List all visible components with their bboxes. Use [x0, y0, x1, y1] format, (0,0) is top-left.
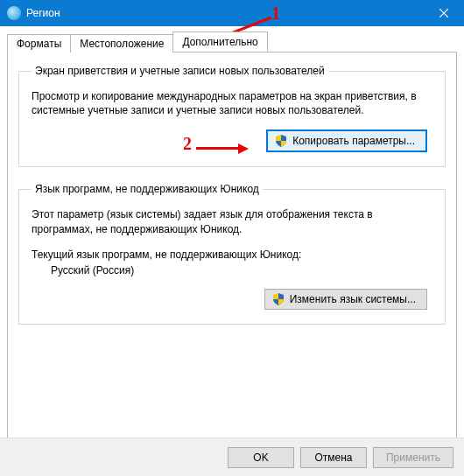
button-label: Применить [386, 452, 440, 464]
tabs: Форматы Местоположение Дополнительно [7, 32, 457, 52]
group-welcome-screen: Экран приветствия и учетные записи новых… [18, 65, 446, 167]
group-legend: Экран приветствия и учетные записи новых… [32, 65, 328, 77]
change-system-locale-button[interactable]: Изменить язык системы... [264, 289, 427, 310]
shield-icon [272, 293, 285, 305]
apply-button[interactable]: Применить [373, 447, 453, 468]
current-language-label: Текущий язык программ, не поддерживающих… [32, 248, 432, 261]
button-label: OK [253, 452, 268, 464]
copy-settings-button[interactable]: Копировать параметры... [266, 130, 427, 152]
tab-label: Местоположение [80, 38, 164, 50]
ok-button[interactable]: OK [228, 447, 294, 468]
dialog-button-bar: OK Отмена Применить [0, 438, 464, 476]
group-description: Этот параметр (язык системы) задает язык… [32, 207, 432, 235]
current-language-value: Русский (Россия) [51, 264, 432, 276]
shield-icon [275, 135, 287, 147]
button-label: Отмена [314, 452, 352, 464]
group-description: Просмотр и копирование международных пар… [32, 89, 432, 117]
button-label: Изменить язык системы... [290, 293, 416, 305]
tab-location[interactable]: Местоположение [70, 34, 173, 52]
group-legend: Язык программ, не поддерживающих Юникод [32, 183, 263, 195]
close-icon [439, 9, 448, 18]
window-title: Регион [26, 7, 60, 19]
tab-label: Форматы [17, 38, 61, 50]
tab-panel-advanced: Экран приветствия и учетные записи новых… [7, 52, 457, 445]
button-label: Копировать параметры... [292, 135, 415, 147]
close-button[interactable] [424, 0, 464, 26]
group-non-unicode: Язык программ, не поддерживающих Юникод … [18, 183, 446, 324]
cancel-button[interactable]: Отмена [300, 447, 367, 468]
tab-label: Дополнительно [182, 36, 257, 48]
tab-advanced[interactable]: Дополнительно [172, 32, 267, 52]
titlebar: Регион [0, 0, 464, 26]
tab-formats[interactable]: Форматы [7, 34, 71, 52]
globe-icon [7, 6, 21, 20]
